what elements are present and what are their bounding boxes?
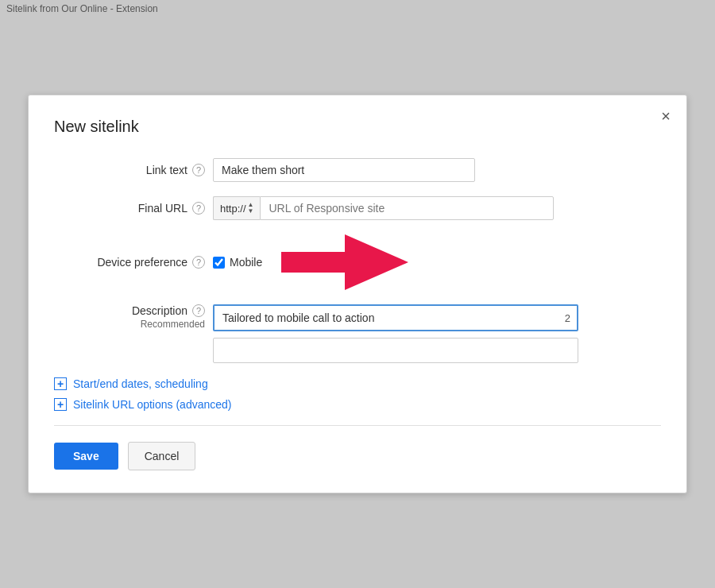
svg-marker-0 (281, 234, 408, 290)
cancel-button[interactable]: Cancel (128, 442, 196, 470)
save-button[interactable]: Save (54, 443, 118, 470)
action-row: Save Cancel (54, 442, 661, 470)
description2-wrapper (213, 338, 578, 363)
final-url-label: Final URL ? (54, 202, 213, 215)
device-content: Mobile (213, 234, 661, 290)
description-label-main: Description ? (132, 304, 205, 317)
device-preference-help-icon[interactable]: ? (192, 256, 205, 269)
protocol-arrows: ▲▼ (248, 202, 254, 215)
description-label-col: Description ? Recommended (54, 304, 213, 330)
description-row: Description ? Recommended 2 (54, 304, 661, 363)
description-recommended: Recommended (141, 319, 205, 330)
close-button[interactable]: × (661, 108, 671, 124)
device-preference-row: Device preference ? Mobile (54, 234, 661, 290)
final-url-help-icon[interactable]: ? (192, 202, 205, 215)
red-arrow-icon (281, 234, 408, 290)
url-input[interactable] (260, 196, 554, 220)
divider (54, 425, 661, 426)
expand-link-row-2: + Sitelink URL options (advanced) (54, 398, 661, 411)
expand-link-dates[interactable]: Start/end dates, scheduling (73, 377, 208, 390)
link-text-label: Link text ? (54, 164, 213, 176)
expand-link-row-1: + Start/end dates, scheduling (54, 377, 661, 390)
link-text-help-icon[interactable]: ? (192, 164, 205, 176)
description-inputs: 2 (213, 304, 578, 363)
expand-link-url-options[interactable]: Sitelink URL options (advanced) (73, 398, 231, 411)
description1-wrapper: 2 (213, 304, 578, 331)
description-char-count: 2 (565, 312, 570, 324)
background-hint: Sitelink from Our Online - Extension (0, 0, 715, 16)
expand-links: + Start/end dates, scheduling + Sitelink… (54, 377, 661, 411)
url-group: http:// ▲▼ (213, 196, 554, 220)
overlay: Sitelink from Our Online - Extension × N… (0, 0, 715, 588)
device-preference-label: Device preference ? (54, 256, 213, 269)
description-help-icon[interactable]: ? (192, 304, 205, 317)
expand-icon-2[interactable]: + (54, 398, 67, 411)
mobile-checkbox[interactable] (213, 257, 225, 269)
expand-icon-1[interactable]: + (54, 377, 67, 390)
link-text-input[interactable] (213, 158, 475, 182)
url-protocol-selector[interactable]: http:// ▲▼ (213, 196, 260, 220)
description1-input[interactable] (213, 304, 578, 331)
mobile-checkbox-label[interactable]: Mobile (213, 256, 262, 269)
dialog-title: New sitelink (54, 118, 661, 136)
link-text-row: Link text ? (54, 158, 661, 182)
dialog: × New sitelink Link text ? Final URL ? h… (28, 95, 687, 493)
final-url-row: Final URL ? http:// ▲▼ (54, 196, 661, 220)
description2-input[interactable] (213, 338, 578, 363)
